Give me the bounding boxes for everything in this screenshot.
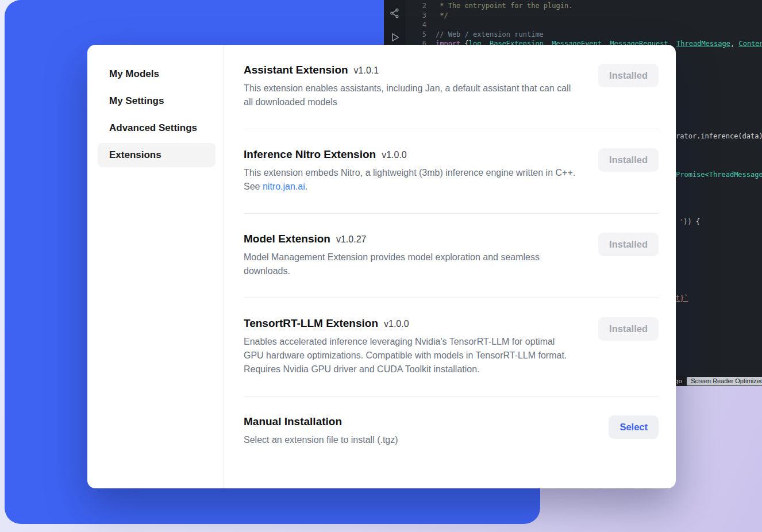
settings-sidebar: My Models My Settings Advanced Settings … (87, 45, 224, 488)
extension-description: Model Management Extension provides mode… (244, 250, 576, 278)
select-file-button[interactable]: Select (609, 415, 659, 439)
extension-title: Assistant Extension v1.0.1 (244, 64, 576, 76)
extension-row-inference-nitro: Inference Nitro Extension v1.0.0 This ex… (244, 129, 659, 214)
code-line: 5 // Web / extension runtime (406, 30, 762, 40)
nitro-jan-ai-link[interactable]: nitro.jan.ai (263, 182, 305, 191)
code-line: 3 */ (406, 11, 762, 21)
extension-row-model: Model Extension v1.0.27 Model Management… (244, 214, 659, 298)
line-number: 3 (406, 11, 426, 21)
run-debug-icon[interactable] (390, 32, 400, 43)
sidebar-item-extensions[interactable]: Extensions (98, 143, 215, 167)
extension-row-tensorrt-llm: TensortRT-LLM Extension v1.0.0 Enables a… (244, 298, 659, 396)
extension-version: v1.0.27 (336, 234, 366, 245)
code-text: */ (436, 11, 448, 21)
manual-installation-row: Manual Installation Select an extension … (244, 396, 659, 467)
code-line: 2 * The entrypoint for the plugin. (406, 1, 762, 11)
extension-description: Enables accelerated inference leveraging… (244, 335, 576, 376)
extension-title: Inference Nitro Extension v1.0.0 (244, 148, 576, 161)
manual-installation-title: Manual Installation (244, 415, 398, 428)
sidebar-item-advanced-settings[interactable]: Advanced Settings (98, 116, 215, 140)
code-line: 4 (406, 20, 762, 30)
code-fragment: ')) { (679, 218, 700, 226)
code-fragment: Promise<ThreadMessage> (676, 171, 762, 179)
extension-version: v1.0.0 (384, 319, 409, 329)
extension-title: Model Extension v1.0.27 (244, 233, 576, 245)
sidebar-item-my-settings[interactable]: My Settings (98, 89, 215, 113)
code-text: * The entrypoint for the plugin. (436, 1, 572, 11)
installed-button[interactable]: Installed (598, 148, 659, 172)
line-number: 5 (406, 30, 426, 40)
line-number: 2 (406, 1, 426, 11)
manual-installation-description: Select an extension file to install (.tg… (244, 433, 398, 447)
extension-version: v1.0.1 (354, 65, 379, 76)
installed-button[interactable]: Installed (598, 233, 659, 256)
installed-button[interactable]: Installed (598, 64, 659, 87)
settings-modal: My Models My Settings Advanced Settings … (87, 45, 676, 488)
share-icon[interactable] (390, 8, 400, 18)
extension-description: This extension embeds Nitro, a lightweig… (244, 166, 576, 194)
extensions-panel: Assistant Extension v1.0.1 This extensio… (224, 45, 676, 488)
screen-reader-badge[interactable]: Screen Reader Optimized (687, 377, 762, 385)
sidebar-item-my-models[interactable]: My Models (98, 62, 215, 86)
code-text: // Web / extension runtime (436, 30, 544, 40)
code-fragment: t}` (676, 294, 688, 302)
code-fragment: rator.inference(data)); (676, 132, 762, 140)
extension-row-assistant: Assistant Extension v1.0.1 This extensio… (244, 45, 659, 129)
extension-description: This extension enables assistants, inclu… (244, 82, 576, 109)
extension-version: v1.0.0 (382, 150, 407, 160)
extension-title: TensortRT-LLM Extension v1.0.0 (244, 317, 576, 330)
code-area: 2 * The entrypoint for the plugin. 3 */ … (406, 1, 762, 49)
line-number: 4 (406, 20, 426, 30)
installed-button[interactable]: Installed (598, 317, 659, 341)
